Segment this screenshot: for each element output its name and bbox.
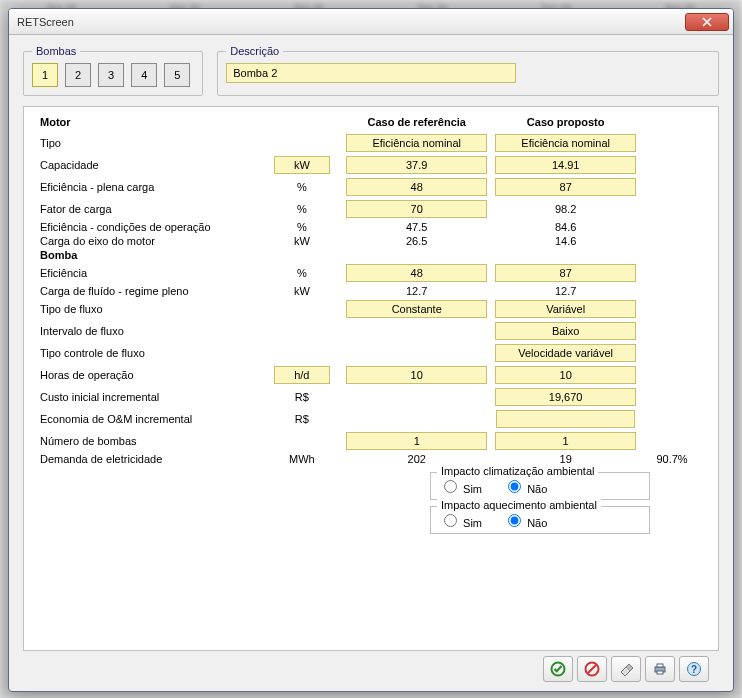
- capacidade-extra: [640, 154, 704, 176]
- b_dem-unit-text: MWh: [261, 452, 342, 466]
- b_custo-label: Custo inicial incremental: [38, 386, 261, 408]
- dialog-footer: ?: [23, 651, 719, 687]
- bomba-tab-4[interactable]: 4: [131, 63, 157, 87]
- impact-aquec-legend: Impacto aquecimento ambiental: [437, 499, 601, 511]
- ef_cond-ref-text: 47.5: [342, 220, 491, 234]
- ef_cond-label: Eficiência - condições de operação: [38, 220, 261, 234]
- carga_eixo-label: Carga do eixo do motor: [38, 234, 261, 248]
- bombas-group: Bombas 1 2 3 4 5: [23, 45, 203, 96]
- ef_plena-label: Eficiência - plena carga: [38, 176, 261, 198]
- fator_carga-ref-box[interactable]: 70: [346, 200, 487, 218]
- b_econ-extra: [640, 408, 704, 430]
- bomba-tab-3[interactable]: 3: [98, 63, 124, 87]
- descricao-input[interactable]: [226, 63, 516, 83]
- fator_carga-unit-text: %: [261, 198, 342, 220]
- b_dem-prop-text: 19: [491, 452, 640, 466]
- col-prop-header: Caso proposto: [491, 115, 640, 132]
- bomba-tab-5[interactable]: 5: [164, 63, 190, 87]
- dialog-window: RETScreen Bombas 1 2 3 4 5 Descrição: [8, 8, 734, 692]
- b_ef-label: Eficiência: [38, 262, 261, 284]
- b_ctrl-extra: [640, 342, 704, 364]
- ef_plena-extra: [640, 176, 704, 198]
- b_ctrl-label: Tipo controle de fluxo: [38, 342, 261, 364]
- svg-rect-5: [657, 671, 663, 674]
- row-b_carga: Carga de fluído - regime plenokW12.712.7: [38, 284, 704, 298]
- b_dem-ref-text: 202: [342, 452, 491, 466]
- b_tipo-ref-box[interactable]: Constante: [346, 300, 487, 318]
- cancel-icon: [584, 661, 600, 677]
- b_custo-prop-box[interactable]: 19,670: [495, 388, 636, 406]
- clear-button[interactable]: [611, 656, 641, 682]
- tipo-label: Tipo: [38, 132, 261, 154]
- bomba-tab-1[interactable]: 1: [32, 63, 58, 87]
- fator_carga-extra: [640, 198, 704, 220]
- b_horas-unit-box[interactable]: h/d: [274, 366, 330, 384]
- help-button[interactable]: ?: [679, 656, 709, 682]
- b_int-prop-box[interactable]: Baixo: [495, 322, 636, 340]
- b_ctrl-unit-text: [261, 342, 342, 364]
- svg-rect-4: [657, 664, 663, 667]
- bomba-tab-2[interactable]: 2: [65, 63, 91, 87]
- help-icon: ?: [686, 661, 702, 677]
- close-button[interactable]: [685, 13, 729, 31]
- row-tipo: TipoEficiência nominalEficiência nominal: [38, 132, 704, 154]
- fator_carga-prop-text: 98.2: [491, 198, 640, 220]
- print-button[interactable]: [645, 656, 675, 682]
- print-icon: [652, 661, 668, 677]
- b_econ-unit-text: R$: [261, 408, 342, 430]
- b_ctrl-ref-text: [342, 342, 491, 364]
- capacidade-unit-box[interactable]: kW: [274, 156, 330, 174]
- row-b_econ: Economia de O&M incrementalR$: [38, 408, 704, 430]
- b_ef-prop-box[interactable]: 87: [495, 264, 636, 282]
- b_int-ref-text: [342, 320, 491, 342]
- b_horas-ref-box[interactable]: 10: [346, 366, 487, 384]
- row-b_ef: Eficiência%4887: [38, 262, 704, 284]
- svg-text:?: ?: [691, 664, 697, 675]
- row-ef_cond: Eficiência - condições de operação%47.58…: [38, 220, 704, 234]
- cancel-button[interactable]: [577, 656, 607, 682]
- b_num-ref-box[interactable]: 1: [346, 432, 487, 450]
- carga_eixo-prop-text: 14.6: [491, 234, 640, 248]
- impact-clima-nao[interactable]: Não: [503, 483, 547, 495]
- b_dem-label: Demanda de eletricidade: [38, 452, 261, 466]
- tipo-prop-box[interactable]: Eficiência nominal: [495, 134, 636, 152]
- bombas-legend: Bombas: [32, 45, 80, 57]
- b_dem-extra: 90.7%: [640, 452, 704, 466]
- window-title: RETScreen: [17, 16, 685, 28]
- b_econ-prop-input[interactable]: [496, 410, 635, 428]
- close-icon: [702, 17, 712, 27]
- ef_plena-prop-box[interactable]: 87: [495, 178, 636, 196]
- ok-icon: [550, 661, 566, 677]
- capacidade-label: Capacidade: [38, 154, 261, 176]
- b_num-prop-box[interactable]: 1: [495, 432, 636, 450]
- row-b_horas: Horas de operaçãoh/d1010: [38, 364, 704, 386]
- tipo-ref-box[interactable]: Eficiência nominal: [346, 134, 487, 152]
- b_tipo-unit-text: [261, 298, 342, 320]
- b_tipo-prop-box[interactable]: Variável: [495, 300, 636, 318]
- b_ef-unit-text: %: [261, 262, 342, 284]
- impact-clima-sim[interactable]: Sim: [439, 483, 482, 495]
- tipo-unit-text: [261, 132, 342, 154]
- carga_eixo-ref-text: 26.5: [342, 234, 491, 248]
- data-table: Motor Caso de referência Caso proposto T…: [38, 115, 704, 466]
- b_num-extra: [640, 430, 704, 452]
- descricao-group: Descrição: [217, 45, 719, 96]
- b_ef-extra: [640, 262, 704, 284]
- b_horas-prop-box[interactable]: 10: [495, 366, 636, 384]
- b_econ-label: Economia de O&M incremental: [38, 408, 261, 430]
- b_ctrl-prop-box[interactable]: Velocidade variável: [495, 344, 636, 362]
- impact-aquec-nao[interactable]: Não: [503, 517, 547, 529]
- b_int-label: Intervalo de fluxo: [38, 320, 261, 342]
- capacidade-prop-box[interactable]: 14.91: [495, 156, 636, 174]
- impact-aquec-sim[interactable]: Sim: [439, 517, 482, 529]
- section-motor: Motor: [38, 115, 261, 132]
- ef_plena-ref-box[interactable]: 48: [346, 178, 487, 196]
- ok-button[interactable]: [543, 656, 573, 682]
- capacidade-ref-box[interactable]: 37.9: [346, 156, 487, 174]
- b_horas-label: Horas de operação: [38, 364, 261, 386]
- carga_eixo-unit-text: kW: [261, 234, 342, 248]
- b_econ-ref-text: [342, 408, 491, 430]
- b_ef-ref-box[interactable]: 48: [346, 264, 487, 282]
- impact-clima-box: Impacto climatização ambiental Sim Não: [430, 472, 650, 500]
- impact-clima-legend: Impacto climatização ambiental: [437, 465, 598, 477]
